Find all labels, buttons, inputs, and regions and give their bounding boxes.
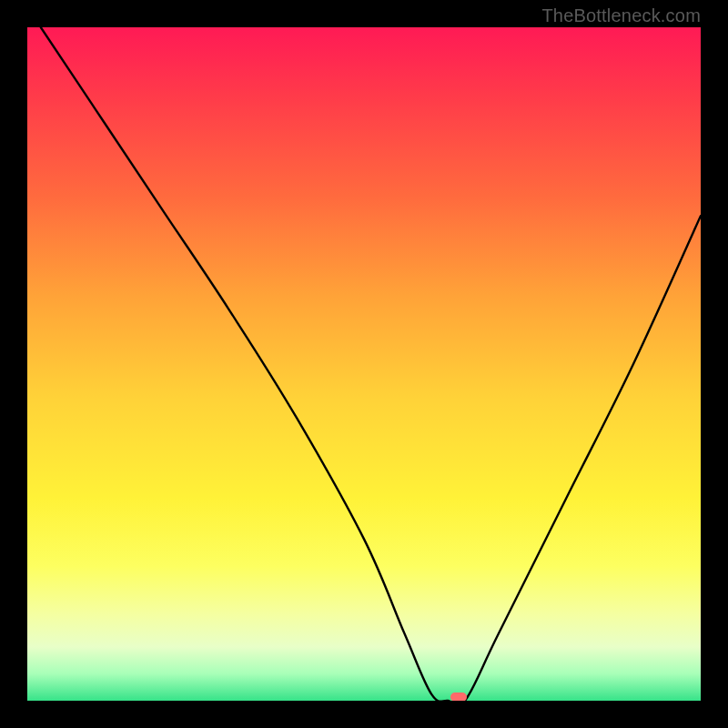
bottleneck-curve [27, 27, 701, 701]
watermark-text: TheBottleneck.com [541, 5, 701, 26]
chart-frame: TheBottleneck.com [0, 0, 728, 728]
plot-area [27, 27, 701, 701]
optimum-marker [450, 693, 467, 701]
